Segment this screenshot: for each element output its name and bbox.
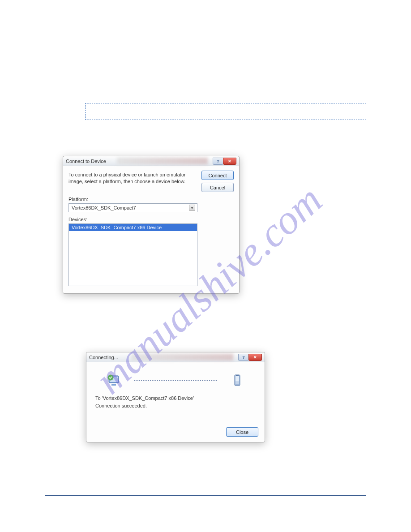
- platform-value: Vortex86DX_SDK_Compact7: [72, 205, 136, 210]
- svg-rect-5: [235, 376, 239, 382]
- footer-divider: [45, 495, 366, 496]
- close-icon: ✕: [253, 355, 257, 360]
- title-blur-decoration: [131, 354, 233, 360]
- close-icon: ✕: [228, 159, 231, 163]
- help-button[interactable]: ?: [213, 158, 223, 165]
- help-button[interactable]: ?: [238, 354, 249, 361]
- cancel-button[interactable]: Cancel: [201, 183, 234, 192]
- connection-status-text: Connection succeeded.: [95, 402, 258, 410]
- connect-button[interactable]: Connect: [201, 171, 234, 180]
- instructions-text: To connect to a physical device or launc…: [68, 171, 195, 185]
- device-icon: [230, 373, 245, 388]
- help-icon: ?: [217, 159, 219, 163]
- titlebar[interactable]: Connect to Device ? ✕: [63, 156, 239, 166]
- svg-rect-2: [111, 384, 116, 386]
- svg-rect-6: [235, 382, 239, 384]
- computer-check-icon: [106, 373, 121, 388]
- list-item[interactable]: Vortex86DX_SDK_Compact7 x86 Device: [69, 224, 197, 231]
- note-box: [85, 103, 366, 120]
- help-icon: ?: [242, 355, 245, 360]
- platform-combobox[interactable]: Vortex86DX_SDK_Compact7 ▾: [68, 203, 197, 212]
- title-blur-decoration: [117, 158, 208, 164]
- close-dialog-button[interactable]: Close: [226, 427, 258, 437]
- platform-label: Platform:: [68, 197, 234, 202]
- close-button[interactable]: ✕: [223, 158, 236, 165]
- connecting-to-text: To 'Vortex86DX_SDK_Compact7 x86 Device': [95, 395, 258, 402]
- close-button[interactable]: ✕: [248, 354, 262, 361]
- titlebar[interactable]: Connecting... ? ✕: [86, 352, 265, 362]
- connection-dots: [134, 380, 217, 381]
- connecting-dialog: Connecting... ? ✕: [86, 352, 265, 442]
- chevron-down-icon: ▾: [189, 205, 195, 211]
- connect-to-device-dialog: Connect to Device ? ✕ To connect to a ph…: [63, 156, 240, 294]
- devices-label: Devices:: [68, 217, 234, 222]
- devices-listbox[interactable]: Vortex86DX_SDK_Compact7 x86 Device: [68, 223, 197, 286]
